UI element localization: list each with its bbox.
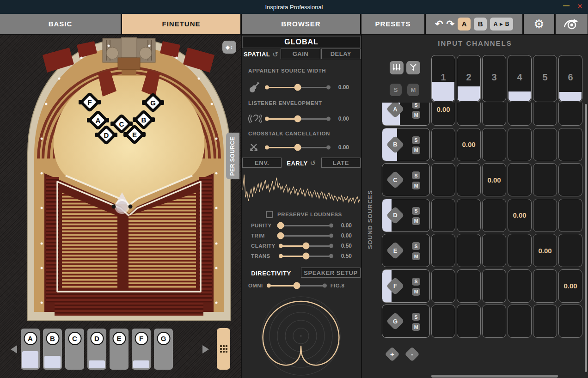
source-row-header-D[interactable]: DSM [382, 199, 430, 232]
ab-state-b-button[interactable]: B [474, 18, 487, 30]
matrix-cell-F5[interactable] [533, 269, 557, 303]
mute-button-G[interactable]: M [412, 323, 420, 331]
ab-copy-button[interactable]: A ▸ B [490, 18, 513, 30]
source-row-header-G[interactable]: GSM [382, 305, 430, 338]
undo-icon[interactable]: ↶ [435, 19, 443, 29]
source-card-C[interactable]: C [65, 329, 84, 370]
source-card-A[interactable]: A [21, 329, 40, 370]
mute-button-D[interactable]: M [412, 217, 420, 225]
matrix-cell-G5[interactable] [533, 305, 557, 338]
matrix-cell-A5[interactable] [533, 103, 557, 126]
matrix-cell-F4[interactable] [508, 269, 532, 303]
gear-icon[interactable]: ⚙ [533, 18, 544, 30]
matrix-cell-E4[interactable] [508, 234, 532, 267]
remove-source-button[interactable]: - [407, 349, 417, 360]
matrix-cell-B6[interactable] [558, 128, 582, 161]
matrix-cell-E6[interactable] [558, 234, 582, 267]
source-card-E[interactable]: E [110, 329, 129, 370]
mute-button-A[interactable]: M [412, 111, 420, 119]
solo-button-D[interactable]: S [412, 207, 420, 215]
solo-button-G[interactable]: S [412, 313, 420, 321]
input-channel-header-5[interactable]: 5 [533, 55, 557, 102]
source-row-header-B[interactable]: BSM [382, 128, 430, 161]
matrix-cell-A1[interactable]: 0.00 [431, 103, 455, 126]
ab-state-a-button[interactable]: A [458, 18, 471, 30]
add-source-button[interactable]: + [387, 349, 398, 360]
minimize-button[interactable]: — [563, 2, 570, 9]
input-channel-header-1[interactable]: 1 [431, 55, 455, 102]
source-marker-D[interactable]: D [96, 124, 117, 146]
matrix-cell-D4[interactable]: 0.00 [508, 199, 532, 232]
matrix-cell-G4[interactable] [508, 305, 532, 338]
input-channel-header-6[interactable]: 6 [558, 55, 582, 102]
solo-button-F[interactable]: S [412, 278, 420, 286]
input-channel-header-4[interactable]: 4 [508, 55, 532, 102]
reset-icon[interactable]: ↺ [310, 159, 316, 167]
source-height-toggle[interactable]: ◆↕ [222, 41, 236, 54]
matrix-cell-E5[interactable]: 0.00 [533, 234, 557, 267]
matrix-cell-A6[interactable] [558, 103, 582, 126]
matrix-cell-C6[interactable] [558, 163, 582, 196]
matrix-cell-D6[interactable] [558, 199, 582, 232]
matrix-cell-C5[interactable] [533, 163, 557, 196]
tab-finetune[interactable]: FINETUNE [122, 14, 240, 34]
matrix-cell-A2[interactable] [457, 103, 481, 126]
tab-presets[interactable]: PRESETS [361, 14, 424, 34]
matrix-cell-B1[interactable] [431, 128, 455, 161]
matrix-cell-E1[interactable] [431, 234, 455, 267]
matrix-cell-C4[interactable] [508, 163, 532, 196]
solo-button-A[interactable]: S [412, 103, 420, 109]
matrix-cell-B4[interactable] [508, 128, 532, 161]
matrix-cell-G6[interactable] [558, 305, 582, 338]
dry-wet-dial-icon[interactable] [564, 18, 580, 30]
matrix-cell-D5[interactable] [533, 199, 557, 232]
source-row-header-C[interactable]: CSM [382, 163, 430, 196]
global-solo-button[interactable]: S [390, 84, 402, 96]
strip-scroll-left-icon[interactable] [11, 345, 17, 354]
matrix-cell-B2[interactable]: 0.00 [457, 128, 481, 161]
strip-scroll-right-icon[interactable] [202, 345, 209, 354]
mute-button-F[interactable]: M [412, 288, 420, 296]
matrix-cell-C1[interactable] [431, 163, 455, 196]
close-button[interactable]: ✕ [577, 3, 582, 10]
merge-channels-button[interactable] [406, 61, 420, 74]
matrix-cell-D2[interactable] [457, 199, 481, 232]
redo-icon[interactable]: ↷ [447, 19, 455, 29]
source-row-header-A[interactable]: ASM [382, 103, 430, 126]
tab-gain[interactable]: GAIN [281, 49, 320, 59]
tab-delay[interactable]: DELAY [321, 49, 361, 59]
source-card-B[interactable]: B [43, 329, 62, 370]
preserve-loudness-checkbox[interactable] [266, 211, 273, 218]
matrix-cell-A4[interactable] [508, 103, 532, 126]
tab-speaker-setup[interactable]: SPEAKER SETUP [301, 268, 361, 278]
matrix-cell-C3[interactable]: 0.00 [482, 163, 506, 196]
matrix-cell-F1[interactable] [431, 269, 455, 303]
source-card-G[interactable]: G [154, 329, 173, 370]
matrix-cell-G2[interactable] [457, 305, 481, 338]
mute-button-C[interactable]: M [412, 182, 420, 189]
tab-late[interactable]: LATE [321, 158, 361, 168]
vertical-scrollbar[interactable] [585, 104, 587, 372]
matrix-cell-B5[interactable] [533, 128, 557, 161]
tab-spatial[interactable]: SPATIAL ↺ [242, 48, 280, 61]
tab-basic[interactable]: BASIC [0, 14, 121, 34]
matrix-view-button[interactable] [217, 328, 230, 370]
matrix-cell-B3[interactable] [482, 128, 506, 161]
global-mute-button[interactable]: M [407, 84, 419, 96]
source-card-F[interactable]: F [132, 329, 151, 370]
mute-button-E[interactable]: M [412, 252, 420, 260]
tab-directivity[interactable]: DIRECTIVITY [242, 267, 300, 279]
matrix-cell-G1[interactable] [431, 305, 455, 338]
input-channel-header-3[interactable]: 3 [482, 55, 506, 102]
tab-early[interactable]: EARLY ↺ [282, 157, 320, 169]
source-row-header-E[interactable]: ESM [382, 234, 430, 267]
per-source-tab[interactable]: PER SOURCE [226, 133, 239, 179]
matrix-cell-F2[interactable] [457, 269, 481, 303]
matrix-cell-F6[interactable]: 0.00 [558, 269, 582, 303]
solo-button-B[interactable]: S [412, 136, 420, 144]
tab-env[interactable]: ENV. [242, 158, 282, 168]
matrix-cell-D1[interactable] [431, 199, 455, 232]
matrix-cell-E2[interactable] [457, 234, 481, 267]
matrix-cell-E3[interactable] [482, 234, 506, 267]
matrix-cell-C2[interactable] [457, 163, 481, 196]
